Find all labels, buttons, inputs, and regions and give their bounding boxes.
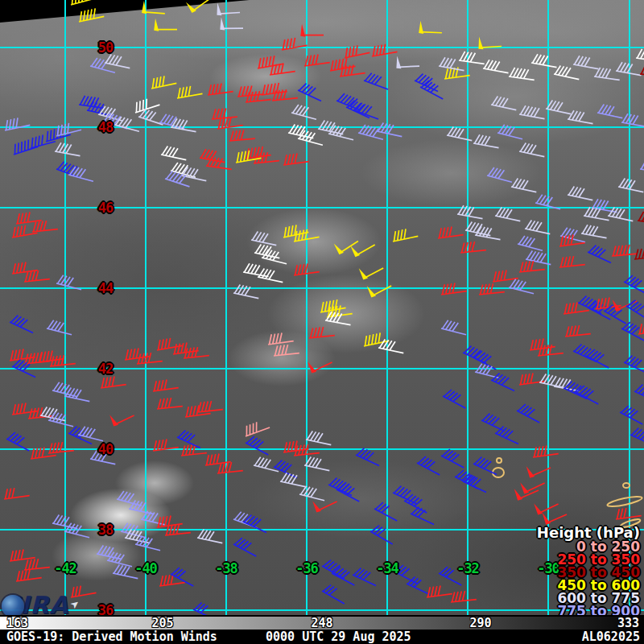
wind-barb [215,2,242,20]
wind-barb [206,156,233,169]
wind-barb [298,81,325,101]
wind-barb [177,428,204,448]
island-outline [493,468,504,477]
globe-icon [2,595,24,617]
wind-barb [597,103,625,118]
wind-barb [175,85,203,98]
wind-barb [417,454,444,475]
wind-barb [564,324,591,336]
wind-barb [441,447,469,468]
wind-barb [457,204,485,218]
wind-barb [233,535,261,556]
wind-barb [274,458,301,477]
wind-barb [193,601,221,615]
wind-barb [151,378,178,391]
wind-barb [621,113,644,126]
wind-barb [196,400,223,412]
wind-barb [229,129,255,141]
wind-barb [186,0,213,14]
wind-barb [511,177,539,192]
product-title: GOES-19: Derived Motion Winds [6,630,217,644]
wind-barb [8,548,35,561]
colorbar-label: 290 [469,617,491,630]
wind-barb [436,225,463,238]
wind-barb [299,485,327,500]
wind-barb [68,0,96,5]
wind-barb [211,107,237,119]
wind-barb [150,74,177,89]
wind-barb [156,397,183,409]
wind-barb [306,430,333,444]
wind-barb [308,326,335,338]
wind-barb [262,248,289,263]
wind-barb [78,425,105,440]
wind-barb [459,51,485,64]
wind-barb [266,332,293,345]
wind-barb [243,262,270,276]
wind-barb [47,319,74,334]
wind-barb [54,121,81,136]
wind-barb [640,64,644,76]
wind-barb [634,382,644,402]
wind-barb [10,138,38,155]
wind-barb [391,227,419,242]
wind-barb [636,48,644,61]
wind-barb [608,206,635,221]
wind-barb [509,67,535,80]
colorbar-label: 205 [151,617,173,630]
wind-barb [271,89,298,101]
wind-barb [246,434,273,455]
wind-barb [343,43,370,58]
wind-barb [109,411,135,427]
wind-barb [554,64,581,79]
wind-barb [378,338,406,353]
colorbar-label: 248 [311,617,332,630]
wind-barb [611,244,638,256]
wind-barb [353,566,380,585]
wind-barb [362,332,390,346]
wind-barb [10,261,37,274]
wind-barb [359,264,385,280]
goes-dmw-product: 5048464442403836-42-40-38-36-34-32-30 He… [0,0,644,644]
wind-barb [183,346,209,358]
wind-barb [568,109,595,123]
wind-barb [534,500,559,515]
wind-barb [491,269,518,282]
wind-barb [298,24,324,43]
wind-barb [531,444,558,457]
wind-barb [460,241,486,253]
wind-barb [624,353,644,373]
wind-barb [117,489,144,506]
wind-barb [559,255,585,267]
island-outline [497,458,502,463]
wind-barb [47,441,74,453]
wind-barb [273,344,299,356]
wind-barb [573,55,601,68]
wind-barb [443,387,470,408]
wind-barb [447,126,474,140]
wind-barb [483,59,510,72]
wind-barb [487,166,514,182]
wind-barb [129,499,156,514]
wind-barb [450,590,477,602]
wind-barb [509,278,536,293]
wind-barb [618,177,644,192]
wind-barb [425,584,452,597]
status-bar: GOES-19: Derived Motion Winds 0000 UTC 2… [0,630,644,644]
wind-barb [77,7,105,22]
wind-barb [217,18,244,36]
wind-barb [206,82,233,95]
wind-barb [135,535,163,550]
wind-barb [481,411,509,431]
wind-barb [113,564,140,578]
island-outline [607,495,643,509]
wind-barb [568,185,595,200]
timestamp: 0000 UTC 29 Aug 2025 [266,630,411,644]
wind-barb [514,486,539,501]
wind-barb [151,19,178,38]
wind-barb [282,152,308,165]
wind-barb [614,506,641,519]
wind-barb [251,230,279,245]
colorbar-label: 333 [617,617,639,630]
wind-barb [377,122,404,136]
